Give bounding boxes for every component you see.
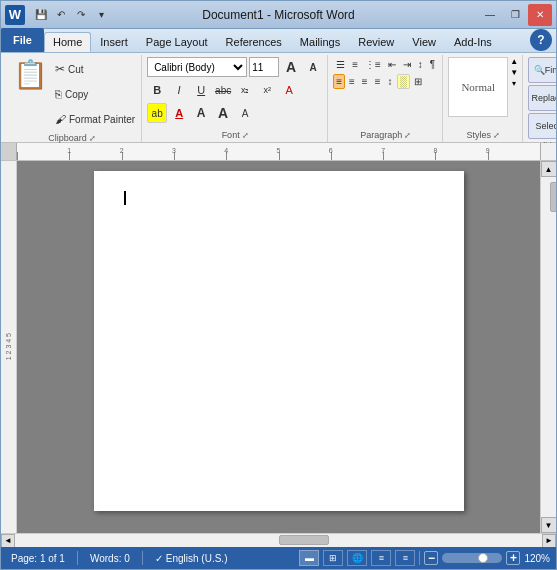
ruler-corner	[1, 143, 17, 160]
subscript-button[interactable]: x₂	[235, 80, 255, 100]
zoom-thumb	[478, 553, 488, 563]
tab-home[interactable]: Home	[44, 32, 91, 52]
save-button[interactable]: 💾	[32, 6, 50, 24]
font-top-row: Calibri (Body) A A	[147, 57, 323, 77]
font-family-selector[interactable]: Calibri (Body)	[147, 57, 247, 77]
numbering-button[interactable]: ≡	[349, 57, 361, 72]
format-painter-button[interactable]: 🖌 Format Painter	[53, 107, 137, 131]
ribbon: 📋 ✂ Cut ⎘ Copy 🖌 Format Painter	[1, 53, 556, 143]
multilevel-list-button[interactable]: ⋮≡	[362, 57, 384, 72]
cut-button[interactable]: ✂ Cut	[53, 57, 137, 81]
font-color2-button[interactable]: A	[191, 103, 211, 123]
strikethrough-button[interactable]: abc	[213, 80, 233, 100]
paragraph-label: Paragraph ⤢	[333, 130, 438, 140]
clear-formatting-button[interactable]: A	[279, 80, 299, 100]
minimize-button[interactable]: —	[478, 4, 502, 26]
font-grow-button[interactable]: A	[281, 57, 301, 77]
clipboard-group-content: 📋 ✂ Cut ⎘ Copy 🖌 Format Painter	[7, 57, 137, 131]
bold-button[interactable]: B	[147, 80, 167, 100]
ruler-body: 123456789	[17, 143, 540, 160]
scroll-thumb[interactable]	[550, 182, 557, 212]
bullets-button[interactable]: ☰	[333, 57, 348, 72]
clipboard-launcher[interactable]: ⤢	[89, 134, 96, 143]
increase-indent-button[interactable]: ⇥	[400, 57, 414, 72]
sort-button[interactable]: ↕	[415, 57, 426, 72]
italic-button[interactable]: I	[169, 80, 189, 100]
styles-gallery[interactable]: Normal	[448, 57, 508, 117]
font-color-button[interactable]: A	[169, 103, 189, 123]
redo-button[interactable]: ↷	[72, 6, 90, 24]
vertical-scrollbar[interactable]: ▲ ▼	[540, 161, 556, 533]
shading-button[interactable]: ░	[397, 74, 410, 89]
outline-view-button[interactable]: ≡	[371, 550, 391, 566]
status-sep-2	[142, 551, 143, 565]
document-page[interactable]	[94, 171, 464, 511]
tab-mailings[interactable]: Mailings	[291, 32, 349, 52]
text-highlight-button[interactable]: ab	[147, 103, 167, 123]
full-screen-view-button[interactable]: ⊞	[323, 550, 343, 566]
underline-button[interactable]: U	[191, 80, 211, 100]
vertical-ruler: 1 2 3 4 5	[1, 161, 17, 533]
paragraph-launcher[interactable]: ⤢	[404, 131, 411, 140]
copy-button[interactable]: ⎘ Copy	[53, 82, 137, 106]
zoom-in-button[interactable]: +	[506, 551, 520, 565]
v-ruler-ticks: 1 2 3 4 5	[5, 333, 12, 360]
scroll-down-button[interactable]: ▼	[541, 517, 557, 533]
scroll-up-button[interactable]: ▲	[541, 161, 557, 177]
status-right: ▬ ⊞ 🌐 ≡ ≡ − + 120%	[299, 550, 550, 566]
font-launcher[interactable]: ⤢	[242, 131, 249, 140]
superscript-button[interactable]: x²	[257, 80, 277, 100]
zoom-slider[interactable]	[442, 553, 502, 563]
editing-buttons: 🔍 Find Replace Select	[528, 57, 557, 139]
borders-button[interactable]: ⊞	[411, 74, 425, 89]
tab-view[interactable]: View	[403, 32, 445, 52]
shrink2-button[interactable]: A	[235, 103, 255, 123]
font-size-input[interactable]	[249, 57, 279, 77]
paragraph-group-content: ☰ ≡ ⋮≡ ⇤ ⇥ ↕ ¶ ≡ ≡ ≡ ≡ ↕ ░ ⊞	[333, 57, 438, 128]
undo-button[interactable]: ↶	[52, 6, 70, 24]
zoom-out-button[interactable]: −	[424, 551, 438, 565]
draft-view-button[interactable]: ≡	[395, 550, 415, 566]
align-center-button[interactable]: ≡	[346, 74, 358, 89]
close-button[interactable]: ✕	[528, 4, 552, 26]
justify-button[interactable]: ≡	[372, 74, 384, 89]
find-button[interactable]: 🔍 Find	[528, 57, 557, 83]
replace-button[interactable]: Replace	[528, 85, 557, 111]
font-shrink-button[interactable]: A	[303, 57, 323, 77]
para-row-1: ☰ ≡ ⋮≡ ⇤ ⇥ ↕ ¶	[333, 57, 438, 72]
document-area[interactable]	[17, 161, 540, 533]
web-layout-view-button[interactable]: 🌐	[347, 550, 367, 566]
tab-references[interactable]: References	[217, 32, 291, 52]
decrease-indent-button[interactable]: ⇤	[385, 57, 399, 72]
quick-access-dropdown[interactable]: ▾	[92, 6, 110, 24]
h-scroll-track[interactable]	[15, 534, 542, 548]
print-layout-view-button[interactable]: ▬	[299, 550, 319, 566]
restore-button[interactable]: ❐	[503, 4, 527, 26]
window-title: Document1 - Microsoft Word	[202, 8, 355, 22]
word-icon: W	[5, 5, 25, 25]
title-controls: — ❐ ✕	[478, 4, 552, 26]
select-button[interactable]: Select	[528, 113, 557, 139]
show-formatting-button[interactable]: ¶	[427, 57, 438, 72]
tab-page-layout[interactable]: Page Layout	[137, 32, 217, 52]
h-scroll-right-button[interactable]: ►	[542, 534, 556, 548]
styles-scroll-up[interactable]: ▲	[510, 57, 518, 66]
tab-insert[interactable]: Insert	[91, 32, 137, 52]
line-spacing-button[interactable]: ↕	[385, 74, 396, 89]
help-button[interactable]: ?	[530, 29, 552, 51]
styles-scroll-down[interactable]: ▼	[510, 68, 518, 77]
h-scroll-thumb[interactable]	[279, 535, 329, 545]
align-left-button[interactable]: ≡	[333, 74, 345, 89]
h-scroll-left-button[interactable]: ◄	[1, 534, 15, 548]
format-painter-icon: 🖌	[55, 113, 66, 125]
paste-button[interactable]: 📋	[7, 57, 51, 97]
title-bar-left: W 💾 ↶ ↷ ▾	[5, 5, 110, 25]
styles-launcher[interactable]: ⤢	[493, 131, 500, 140]
tab-review[interactable]: Review	[349, 32, 403, 52]
tab-add-ins[interactable]: Add-Ins	[445, 32, 501, 52]
grow2-button[interactable]: A	[213, 103, 233, 123]
styles-more[interactable]: ▾	[510, 79, 518, 88]
align-right-button[interactable]: ≡	[359, 74, 371, 89]
horizontal-scrollbar[interactable]: ◄ ►	[1, 533, 556, 547]
tab-file[interactable]: File	[1, 28, 44, 52]
